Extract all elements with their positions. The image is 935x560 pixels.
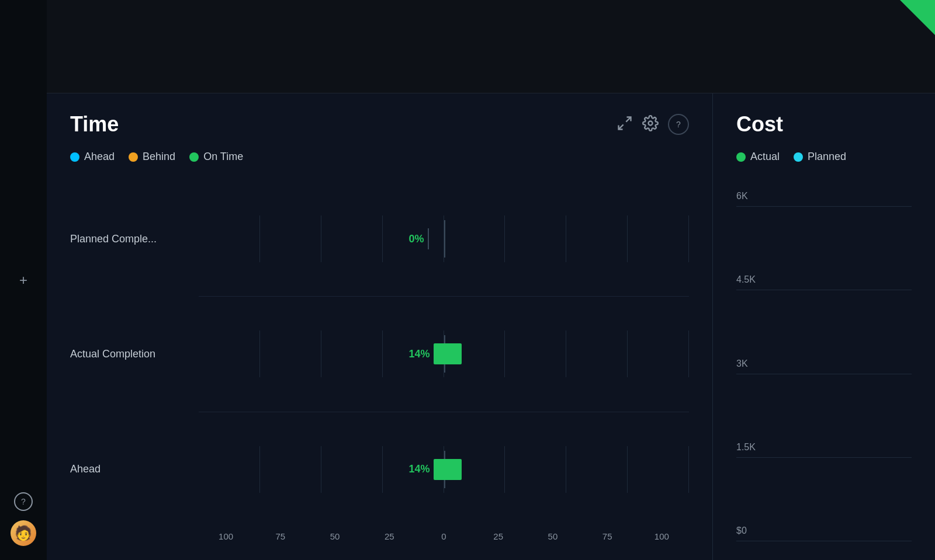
ahead-dot <box>70 152 79 162</box>
legend-item-ontime: On Time <box>189 151 243 163</box>
chart-row: Actual Completion14% <box>70 331 689 377</box>
x-axis-label: 25 <box>471 531 525 541</box>
x-axis-label: 50 <box>307 531 362 541</box>
cost-y-label: 1.5K <box>736 442 912 458</box>
sidebar: + ? 🧑 <box>0 0 47 560</box>
x-axis-label: 50 <box>525 531 580 541</box>
ontime-dot <box>189 152 199 162</box>
cost-y-label: 4.5K <box>736 274 912 290</box>
cost-y-label: $0 <box>736 526 912 541</box>
x-axis-label: 100 <box>635 531 689 541</box>
row-label: Planned Comple... <box>70 233 199 245</box>
top-header <box>47 0 935 93</box>
x-axis: 1007550250255075100 <box>70 531 689 541</box>
gear-icon[interactable] <box>642 115 659 134</box>
x-axis-label: 25 <box>362 531 417 541</box>
legend-item-behind: Behind <box>129 151 175 163</box>
planned-dot <box>794 152 803 162</box>
svg-point-2 <box>649 121 653 126</box>
row-label: Ahead <box>70 463 199 475</box>
panels-container: Time <box>47 93 935 560</box>
planned-label: Planned <box>808 151 846 163</box>
bar-value: 14% <box>409 348 430 360</box>
cost-y-label: 3K <box>736 359 912 374</box>
add-button[interactable]: + <box>19 272 27 288</box>
row-label: Actual Completion <box>70 348 199 360</box>
cost-panel: Cost Actual Planned 6K4.5K3K1.5K$0 <box>713 93 935 560</box>
chart-rows: Planned Comple...0%Actual Completion14%A… <box>70 182 689 527</box>
row-chart-area: 0% <box>199 215 689 262</box>
svg-line-1 <box>619 124 624 129</box>
x-axis-label: 0 <box>417 531 471 541</box>
x-axis-label: 75 <box>580 531 635 541</box>
ahead-label: Ahead <box>84 151 115 163</box>
help-circle-icon[interactable]: ? <box>668 114 689 135</box>
behind-label: Behind <box>143 151 175 163</box>
actual-label: Actual <box>750 151 780 163</box>
svg-line-0 <box>626 117 631 122</box>
row-chart-area: 14% <box>199 446 689 493</box>
help-button[interactable]: ? <box>14 492 33 511</box>
chart-row: Planned Comple...0% <box>70 215 689 262</box>
cost-panel-header: Cost <box>736 112 912 137</box>
bar-value: 0% <box>409 233 424 245</box>
time-chart: Planned Comple...0%Actual Completion14%A… <box>70 182 689 541</box>
bar-rect <box>434 343 462 364</box>
cost-chart-area: 6K4.5K3K1.5K$0 <box>736 191 912 541</box>
bar-rect <box>434 459 462 480</box>
main-content: Time <box>47 0 935 560</box>
time-panel-controls: ? <box>617 114 689 135</box>
x-axis-label: 75 <box>253 531 307 541</box>
time-panel-header: Time <box>70 112 689 137</box>
expand-icon[interactable] <box>617 115 633 134</box>
cost-y-label: 6K <box>736 191 912 207</box>
behind-dot <box>129 152 138 162</box>
bar-value: 14% <box>409 463 430 475</box>
time-legend: Ahead Behind On Time <box>70 151 689 163</box>
legend-item-planned: Planned <box>794 151 846 163</box>
cost-panel-title: Cost <box>736 112 783 137</box>
avatar[interactable]: 🧑 <box>11 520 36 546</box>
legend-item-actual: Actual <box>736 151 780 163</box>
ontime-label: On Time <box>203 151 243 163</box>
cost-legend: Actual Planned <box>736 151 912 163</box>
time-panel-title: Time <box>70 112 119 137</box>
row-chart-area: 14% <box>199 331 689 377</box>
legend-item-ahead: Ahead <box>70 151 115 163</box>
x-axis-label: 100 <box>199 531 253 541</box>
chart-row: Ahead14% <box>70 446 689 493</box>
time-panel: Time <box>47 93 713 560</box>
actual-dot <box>736 152 746 162</box>
